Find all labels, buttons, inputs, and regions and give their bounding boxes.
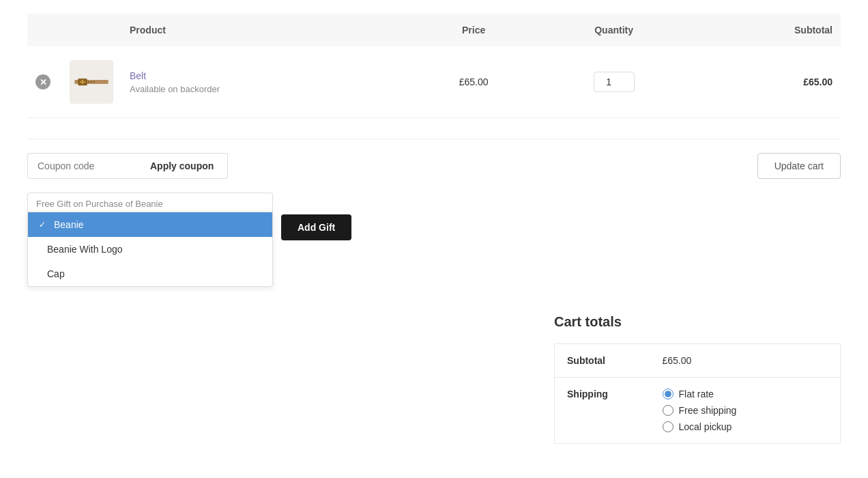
col-header-remove	[27, 14, 61, 46]
col-header-image	[61, 14, 121, 46]
gift-dropdown-wrapper: Free Gift on Purchase of Beanie ✓ Beanie…	[27, 193, 273, 287]
apply-coupon-button[interactable]: Apply coupon	[136, 153, 228, 179]
totals-table: Subtotal £65.00 Shipping Flat rate	[554, 343, 841, 444]
gift-option-beanie[interactable]: ✓ Beanie	[28, 212, 272, 237]
svg-point-8	[93, 81, 95, 83]
shipping-radio-local-pickup[interactable]	[663, 421, 674, 432]
gift-section: Free Gift on Purchase of Beanie ✓ Beanie…	[27, 193, 841, 287]
subtotal-row: Subtotal £65.00	[555, 344, 841, 378]
svg-point-6	[88, 81, 89, 83]
col-header-quantity: Quantity	[536, 14, 692, 46]
cart-totals-box: Cart totals Subtotal £65.00 Shipping	[554, 314, 841, 444]
gift-option-cap[interactable]: Cap	[28, 262, 272, 286]
shipping-option-local-pickup[interactable]: Local pickup	[663, 421, 828, 432]
shipping-local-pickup-label: Local pickup	[679, 421, 732, 432]
shipping-options-cell: Flat rate Free shipping Local pickup	[650, 378, 841, 444]
remove-icon: ✕	[35, 74, 50, 89]
coupon-row: Apply coupon Update cart	[27, 139, 841, 193]
remove-item-button[interactable]: ✕	[35, 74, 50, 89]
gift-dropdown-label: Free Gift on Purchase of Beanie	[27, 193, 273, 212]
shipping-row: Shipping Flat rate Free shipping	[555, 378, 841, 444]
coupon-form: Apply coupon	[27, 153, 228, 179]
shipping-options: Flat rate Free shipping Local pickup	[663, 389, 828, 432]
cart-table: Product Price Quantity Subtotal ✕	[27, 14, 841, 118]
subtotal-label: Subtotal	[555, 344, 650, 378]
gift-option-beanie-label: Beanie	[54, 219, 84, 230]
product-subtotal: £65.00	[803, 76, 833, 87]
gift-option-beanie-logo[interactable]: Beanie With Logo	[28, 237, 272, 262]
shipping-flat-rate-label: Flat rate	[679, 389, 714, 399]
svg-rect-4	[80, 81, 81, 83]
shipping-option-free[interactable]: Free shipping	[663, 405, 828, 416]
add-gift-button[interactable]: Add Gift	[281, 214, 351, 240]
shipping-label: Shipping	[555, 378, 650, 444]
product-image	[70, 60, 113, 104]
cart-totals-title: Cart totals	[554, 314, 841, 330]
shipping-radio-flat-rate[interactable]	[663, 389, 674, 399]
update-cart-button[interactable]: Update cart	[757, 153, 841, 179]
product-name-link[interactable]: Belt	[130, 70, 146, 81]
quantity-input[interactable]	[594, 72, 635, 92]
table-row: ✕	[27, 46, 841, 118]
gift-dropdown-options[interactable]: ✓ Beanie Beanie With Logo Cap	[27, 212, 273, 287]
gift-option-beanie-logo-label: Beanie With Logo	[47, 244, 123, 255]
coupon-input[interactable]	[27, 153, 136, 179]
cart-totals-section: Cart totals Subtotal £65.00 Shipping	[27, 314, 841, 444]
belt-image-svg	[74, 72, 109, 92]
col-header-price: Price	[411, 14, 536, 46]
subtotal-value: £65.00	[650, 344, 841, 378]
col-header-subtotal: Subtotal	[692, 14, 841, 46]
svg-rect-3	[82, 80, 84, 84]
svg-point-7	[91, 81, 92, 83]
checkmark-icon: ✓	[38, 220, 47, 229]
product-price: £65.00	[459, 76, 489, 87]
product-status: Available on backorder	[130, 84, 403, 94]
shipping-free-label: Free shipping	[679, 405, 737, 416]
shipping-option-flat-rate[interactable]: Flat rate	[663, 389, 828, 399]
svg-rect-5	[84, 81, 85, 83]
gift-option-cap-label: Cap	[47, 268, 65, 279]
shipping-radio-free[interactable]	[663, 405, 674, 416]
col-header-product: Product	[121, 14, 411, 46]
